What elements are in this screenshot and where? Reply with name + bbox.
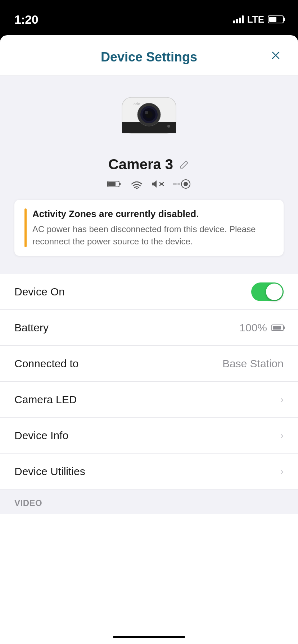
connected-to-row: Connected to Base Station [0, 346, 298, 382]
battery-icon [268, 15, 284, 23]
camera-name: Camera 3 [108, 156, 173, 172]
lte-label: LTE [247, 14, 264, 25]
motion-status-icon [173, 179, 191, 189]
device-on-toggle[interactable] [251, 282, 284, 301]
home-indicator [113, 636, 185, 638]
device-info-row[interactable]: Device Info › [0, 418, 298, 454]
camera-led-row[interactable]: Camera LED › [0, 382, 298, 418]
chevron-right-icon: › [280, 466, 284, 477]
camera-hero: arlo Camera 3 [0, 76, 298, 274]
battery-status-icon [107, 180, 122, 188]
signal-bars-icon [233, 15, 244, 23]
camera-image: arlo [118, 90, 180, 148]
speaker-status-icon [152, 179, 164, 189]
status-time: 1:20 [14, 13, 38, 27]
video-section-label: VIDEO [14, 498, 42, 508]
connected-to-label: Connected to [14, 358, 78, 370]
svg-point-13 [136, 188, 138, 189]
device-on-label: Device On [14, 286, 65, 298]
svg-rect-11 [119, 183, 121, 185]
wifi-status-icon [130, 179, 143, 189]
battery-inline-icon [271, 325, 284, 331]
device-utilities-row[interactable]: Device Utilities › [0, 454, 298, 489]
sheet-title: Device Settings [101, 50, 197, 65]
chevron-right-icon: › [280, 430, 284, 441]
device-info-label: Device Info [14, 429, 68, 442]
svg-text:arlo: arlo [134, 102, 140, 106]
svg-point-9 [167, 125, 170, 128]
status-icons: LTE [233, 14, 284, 25]
toggle-thumb [266, 284, 283, 300]
edit-icon[interactable] [179, 159, 190, 170]
battery-row: Battery 100% [0, 310, 298, 346]
svg-point-7 [145, 111, 148, 114]
device-utilities-label: Device Utilities [14, 465, 85, 478]
camera-name-row: Camera 3 [108, 156, 190, 172]
battery-value: 100% [239, 322, 284, 334]
settings-list: Device On Battery 100% Connected to Base… [0, 274, 298, 489]
battery-label: Battery [14, 322, 49, 334]
chevron-right-icon: › [280, 394, 284, 405]
alert-title: Activity Zones are currently disabled. [32, 208, 274, 220]
sheet-header: Device Settings [0, 35, 298, 76]
alert-box: Activity Zones are currently disabled. A… [14, 200, 284, 256]
alert-body: AC power has been disconnected from this… [32, 223, 274, 247]
alert-content: Activity Zones are currently disabled. A… [32, 208, 274, 247]
video-section-header: VIDEO [0, 489, 298, 514]
svg-rect-12 [108, 182, 116, 186]
alert-bar [24, 208, 27, 247]
camera-status-icons [107, 179, 191, 189]
camera-led-label: Camera LED [14, 394, 77, 406]
connected-to-value: Base Station [222, 358, 284, 370]
close-button[interactable] [268, 47, 284, 63]
device-on-row: Device On [0, 274, 298, 310]
status-bar: 1:20 LTE [0, 0, 298, 32]
main-sheet: Device Settings arlo [0, 35, 298, 644]
svg-point-19 [184, 182, 188, 186]
